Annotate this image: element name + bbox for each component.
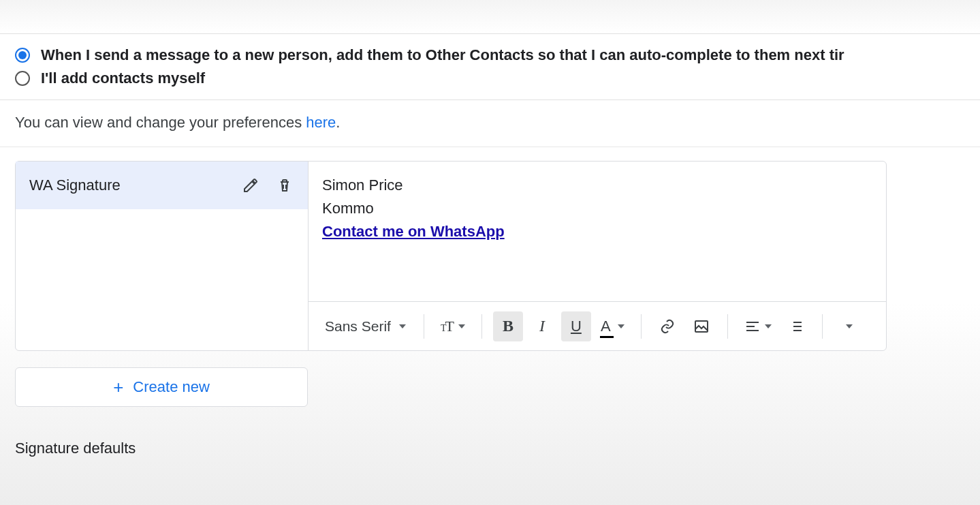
font-size-icon: TT <box>441 318 453 335</box>
radio-auto-add-contacts[interactable]: When I send a message to a new person, a… <box>15 44 965 67</box>
create-new-label: Create new <box>133 378 210 396</box>
signature-section: WA Signature Simon Price Kommo Contact m… <box>0 147 980 414</box>
prefs-text-before: You can view and change your preferences <box>15 114 306 131</box>
caret-down-icon <box>618 324 625 328</box>
toolbar-separator <box>641 314 642 339</box>
caret-down-icon <box>399 324 406 328</box>
signature-editor: Simon Price Kommo Contact me on WhatsApp… <box>309 162 886 350</box>
signature-item-actions <box>241 176 294 195</box>
signature-content-area[interactable]: Simon Price Kommo Contact me on WhatsApp <box>309 162 886 301</box>
align-dropdown[interactable] <box>739 311 777 341</box>
toolbar-separator <box>481 314 482 339</box>
underline-icon: U <box>571 318 582 335</box>
toolbar-separator <box>727 314 728 339</box>
bold-button[interactable]: B <box>493 311 523 341</box>
signature-list-item[interactable]: WA Signature <box>16 162 308 209</box>
signature-list: WA Signature <box>16 162 309 350</box>
signature-line: Simon Price <box>322 174 872 197</box>
top-spacer <box>0 0 980 34</box>
contacts-section: When I send a message to a new person, a… <box>0 34 980 100</box>
signature-panel: WA Signature Simon Price Kommo Contact m… <box>15 161 887 351</box>
delete-icon[interactable] <box>275 176 294 195</box>
more-formatting-dropdown[interactable] <box>834 311 864 341</box>
caret-down-icon <box>765 324 772 328</box>
italic-icon: I <box>539 317 545 335</box>
toolbar-separator <box>424 314 424 339</box>
align-icon <box>744 318 761 335</box>
font-family-label: Sans Serif <box>325 318 391 335</box>
caret-down-icon <box>846 324 853 328</box>
radio-manual-contacts[interactable]: I'll add contacts myself <box>15 67 965 90</box>
link-icon <box>659 318 676 335</box>
font-family-dropdown[interactable]: Sans Serif <box>318 311 413 341</box>
signature-toolbar: Sans Serif TT B I U <box>309 301 886 350</box>
radio-indicator-icon <box>15 71 30 86</box>
text-color-dropdown[interactable]: A <box>595 311 630 341</box>
signature-name: WA Signature <box>29 177 121 194</box>
insert-link-button[interactable] <box>652 311 682 341</box>
radio-indicator-icon <box>15 48 30 63</box>
prefs-text-after: . <box>336 114 340 131</box>
edit-icon[interactable] <box>241 176 260 195</box>
caret-down-icon <box>458 324 465 328</box>
toolbar-separator <box>822 314 823 339</box>
radio-manual-label: I'll add contacts myself <box>41 70 205 87</box>
signature-defaults-heading: Signature defaults <box>0 414 980 457</box>
list-button[interactable] <box>781 311 811 341</box>
plus-icon: + <box>113 377 123 398</box>
radio-auto-label: When I send a message to a new person, a… <box>41 46 844 64</box>
text-color-icon: A <box>601 318 611 335</box>
bold-icon: B <box>503 317 513 335</box>
italic-button[interactable]: I <box>527 311 557 341</box>
create-new-signature-button[interactable]: + Create new <box>15 367 308 407</box>
insert-image-button[interactable] <box>686 311 716 341</box>
signature-whatsapp-link[interactable]: Contact me on WhatsApp <box>322 223 505 240</box>
preferences-link[interactable]: here <box>306 114 336 131</box>
underline-button[interactable]: U <box>561 311 591 341</box>
list-icon <box>788 318 804 335</box>
preferences-hint: You can view and change your preferences… <box>0 100 980 147</box>
font-size-dropdown[interactable]: TT <box>435 311 471 341</box>
image-icon <box>693 318 710 335</box>
signature-line: Kommo <box>322 197 872 220</box>
